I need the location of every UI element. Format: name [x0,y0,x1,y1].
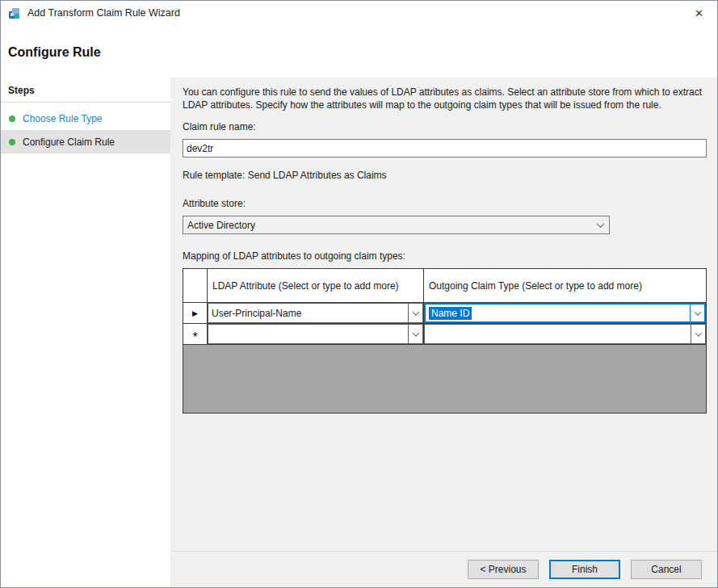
sidebar-item-choose-rule-type[interactable]: Choose Rule Type [1,107,170,130]
ldap-attribute-combo-new[interactable] [208,324,423,344]
window-title: Add Transform Claim Rule Wizard [27,7,681,19]
table-corner-cell[interactable] [183,269,208,303]
previous-button[interactable]: < Previous [468,560,539,579]
steps-header: Steps [1,78,170,103]
main-panel: You can configure this rule to send the … [170,78,717,551]
row-header-current-row[interactable]: ▶ [183,303,208,324]
step-label: Configure Claim Rule [23,136,115,148]
table-cell-ldap-attribute-new [208,324,424,345]
titlebar[interactable]: Add Transform Claim Rule Wizard ✕ [1,1,717,25]
cancel-button[interactable]: Cancel [631,560,702,579]
new-row-marker-icon: * [192,334,197,342]
ldap-attribute-combo[interactable]: User-Principal-Name [208,303,423,323]
chevron-down-icon[interactable] [690,304,704,321]
step-complete-dot-icon [9,116,15,122]
column-header-outgoing-claim-type[interactable]: Outgoing Claim Type (Select or type to a… [424,269,706,303]
wizard-app-icon [7,6,22,20]
attribute-store-label: Attribute store: [183,198,707,209]
attribute-store-value: Active Directory [187,220,255,231]
claim-rule-name-input[interactable] [183,139,707,158]
rule-template-text: Rule template: Send LDAP Attributes as C… [183,170,707,181]
chevron-down-icon[interactable] [408,325,422,343]
finish-button[interactable]: Finish [549,560,620,579]
mapping-table-label: Mapping of LDAP attributes to outgoing c… [183,250,707,262]
attribute-store-select[interactable]: Active Directory [183,216,610,234]
footer-bar: < Previous Finish Cancel [170,551,717,587]
table-empty-area [183,345,706,413]
sidebar-item-configure-claim-rule[interactable]: Configure Claim Rule [1,130,170,153]
combo-value: User-Principal-Name [208,304,408,322]
table-cell-outgoing-claim-type-new [424,324,706,345]
claim-rule-name-label: Claim rule name: [183,121,707,132]
combo-value [425,325,691,343]
mapping-table: LDAP Attribute (Select or type to add mo… [183,268,707,414]
chevron-down-icon [591,216,609,233]
combo-value [208,325,408,343]
close-button[interactable]: ✕ [681,1,717,25]
table-cell-outgoing-claim-type: Name ID [424,303,706,324]
wizard-window: Add Transform Claim Rule Wizard ✕ Config… [0,0,718,588]
column-header-ldap-attribute[interactable]: LDAP Attribute (Select or type to add mo… [208,269,424,303]
outgoing-claim-type-combo[interactable]: Name ID [424,303,706,323]
row-header-new-row[interactable]: * [183,324,208,345]
close-icon: ✕ [695,7,703,19]
chevron-down-icon[interactable] [691,325,705,343]
step-complete-dot-icon [9,139,15,145]
chevron-down-icon[interactable] [408,304,422,322]
steps-sidebar: Steps Choose Rule Type Configure Claim R… [1,78,170,587]
page-title: Configure Rule [8,45,101,60]
table-cell-ldap-attribute: User-Principal-Name [208,303,424,324]
current-row-marker-icon: ▶ [192,309,198,317]
combo-value: Name ID [426,304,690,321]
description-text: You can configure this rule to send the … [183,86,707,111]
selected-text: Name ID [429,307,472,320]
step-label: Choose Rule Type [23,113,103,124]
outgoing-claim-type-combo-new[interactable] [424,324,706,344]
